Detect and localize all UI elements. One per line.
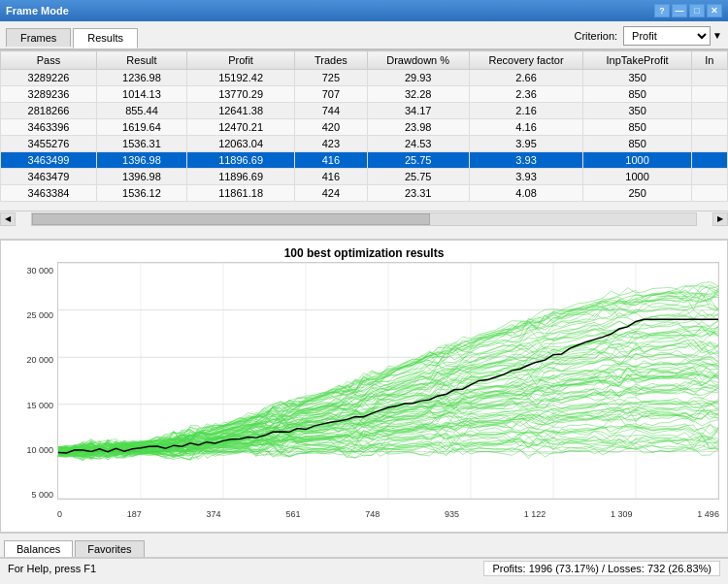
- table-cell: 3.95: [469, 136, 583, 152]
- table-cell: [691, 169, 727, 185]
- table-cell: 1396.98: [97, 169, 187, 185]
- table-scroll-area[interactable]: Pass Result Profit Trades Drawdown % Rec…: [0, 50, 728, 211]
- table-cell: 23.31: [367, 185, 469, 202]
- title-bar-controls: ? — □ ✕: [654, 4, 722, 17]
- table-cell: 3.93: [469, 169, 583, 185]
- status-help-text: For Help, press F1: [8, 563, 96, 574]
- results-table: Pass Result Profit Trades Drawdown % Rec…: [0, 50, 728, 202]
- status-bar: For Help, press F1 Profits: 1996 (73.17%…: [0, 558, 728, 577]
- table-cell: 3289236: [1, 86, 97, 103]
- table-cell: 34.17: [367, 103, 469, 119]
- table-row[interactable]: 2818266855.4412641.3874434.172.16350: [1, 103, 728, 119]
- table-cell: 416: [295, 152, 367, 169]
- table-cell: [691, 152, 727, 169]
- x-label-748: 748: [365, 509, 380, 519]
- header-trades[interactable]: Trades: [295, 51, 367, 70]
- table-cell: [691, 119, 727, 136]
- table-row[interactable]: 32892361014.1313770.2970732.282.36850: [1, 86, 728, 103]
- header-in[interactable]: In: [691, 51, 727, 70]
- table-cell: 3463499: [1, 152, 97, 169]
- table-cell: 2.66: [469, 70, 583, 86]
- table-cell: 3463479: [1, 169, 97, 185]
- table-cell: 2818266: [1, 103, 97, 119]
- table-cell: 24.53: [367, 136, 469, 152]
- header-drawdown[interactable]: Drawdown %: [367, 51, 469, 70]
- table-cell: 32.28: [367, 86, 469, 103]
- header-recovery[interactable]: Recovery factor: [469, 51, 583, 70]
- table-cell: 725: [295, 70, 367, 86]
- table-cell: 1396.98: [97, 152, 187, 169]
- criterion-label: Criterion:: [574, 30, 617, 42]
- maximize-button[interactable]: □: [689, 4, 705, 17]
- table-row[interactable]: 34634991396.9811896.6941625.753.931000: [1, 152, 728, 169]
- table-row[interactable]: 34552761536.3112063.0442324.533.95850: [1, 136, 728, 152]
- table-row[interactable]: 34633841536.1211861.1842423.314.08250: [1, 185, 728, 202]
- table-cell: [691, 136, 727, 152]
- x-label-1309: 1 309: [611, 509, 633, 519]
- table-row[interactable]: 32892261236.9815192.4272529.932.66350: [1, 70, 728, 86]
- table-cell: 3289226: [1, 70, 97, 86]
- table-cell: 1536.31: [97, 136, 187, 152]
- x-label-374: 374: [207, 509, 221, 519]
- table-cell: 23.98: [367, 119, 469, 136]
- table-body: 32892261236.9815192.4272529.932.66350328…: [1, 70, 728, 202]
- header-inptake[interactable]: InpTakeProfit: [583, 51, 691, 70]
- table-cell: 1014.13: [97, 86, 187, 103]
- table-cell: 850: [583, 119, 691, 136]
- table-cell: 12063.04: [186, 136, 294, 152]
- x-label-1496: 1 496: [697, 509, 719, 519]
- scroll-track[interactable]: [31, 212, 697, 226]
- chart-area: 100 best optimization results 30 000 25 …: [0, 240, 728, 533]
- tab-results[interactable]: Results: [73, 28, 138, 49]
- table-cell: 12470.21: [186, 119, 294, 136]
- header-pass[interactable]: Pass: [1, 51, 97, 70]
- chart-title: 100 best optimization results: [1, 241, 727, 262]
- table-cell: 1236.98: [97, 70, 187, 86]
- tab-balances[interactable]: Balances: [4, 540, 73, 557]
- table-row[interactable]: 34633961619.6412470.2142023.984.16850: [1, 119, 728, 136]
- table-cell: 4.08: [469, 185, 583, 202]
- table-cell: 3463396: [1, 119, 97, 136]
- scroll-thumb[interactable]: [32, 213, 430, 225]
- close-button[interactable]: ✕: [707, 4, 722, 17]
- table-cell: 744: [295, 103, 367, 119]
- header-profit[interactable]: Profit: [186, 51, 294, 70]
- scroll-left-arrow[interactable]: ◀: [0, 212, 16, 226]
- table-cell: 1000: [583, 152, 691, 169]
- x-label-935: 935: [445, 509, 459, 519]
- minimize-button[interactable]: —: [672, 4, 687, 17]
- table-cell: [691, 86, 727, 103]
- table-header-row: Pass Result Profit Trades Drawdown % Rec…: [1, 51, 728, 70]
- table-cell: 1619.64: [97, 119, 187, 136]
- table-cell: 25.75: [367, 152, 469, 169]
- table-row[interactable]: 34634791396.9811896.6941625.753.931000: [1, 169, 728, 185]
- table-cell: 15192.42: [186, 70, 294, 86]
- chart-svg: [57, 262, 719, 500]
- x-label-0: 0: [57, 509, 62, 519]
- scroll-right-arrow[interactable]: ▶: [712, 212, 728, 226]
- title-bar: Frame Mode ? — □ ✕: [0, 0, 728, 21]
- table-cell: 416: [295, 169, 367, 185]
- table-cell: 350: [583, 103, 691, 119]
- help-button[interactable]: ?: [654, 4, 670, 17]
- x-label-187: 187: [127, 509, 142, 519]
- table-cell: [691, 70, 727, 86]
- table-cell: 250: [583, 185, 691, 202]
- table-cell: 350: [583, 70, 691, 86]
- table-cell: 29.93: [367, 70, 469, 86]
- table-cell: 25.75: [367, 169, 469, 185]
- table-cell: 3463384: [1, 185, 97, 202]
- header-result[interactable]: Result: [97, 51, 187, 70]
- results-table-container: Pass Result Profit Trades Drawdown % Rec…: [0, 50, 728, 240]
- table-cell: 850: [583, 136, 691, 152]
- bottom-tab-bar: Balances Favorites: [0, 533, 728, 558]
- y-label-15000: 15 000: [9, 401, 57, 410]
- profits-status: Profits: 1996 (73.17%) / Losses: 732 (26…: [483, 561, 720, 576]
- table-cell: 3.93: [469, 152, 583, 169]
- table-horizontal-scrollbar[interactable]: ◀ ▶: [0, 211, 728, 226]
- tab-frames[interactable]: Frames: [6, 28, 71, 47]
- criterion-select[interactable]: Profit Recovery factor Drawdown % Trades: [623, 26, 711, 46]
- tab-favorites[interactable]: Favorites: [75, 540, 144, 557]
- criterion-dropdown-icon[interactable]: ▼: [712, 30, 722, 41]
- table-cell: [691, 185, 727, 202]
